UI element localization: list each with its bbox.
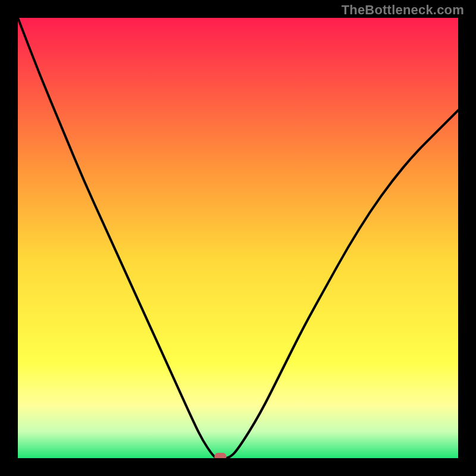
chart-frame: { "watermark": { "text": "TheBottleneck.…: [0, 0, 476, 476]
bottleneck-chart: [0, 0, 476, 476]
watermark-text: TheBottleneck.com: [342, 2, 464, 18]
plot-background: [18, 18, 458, 458]
